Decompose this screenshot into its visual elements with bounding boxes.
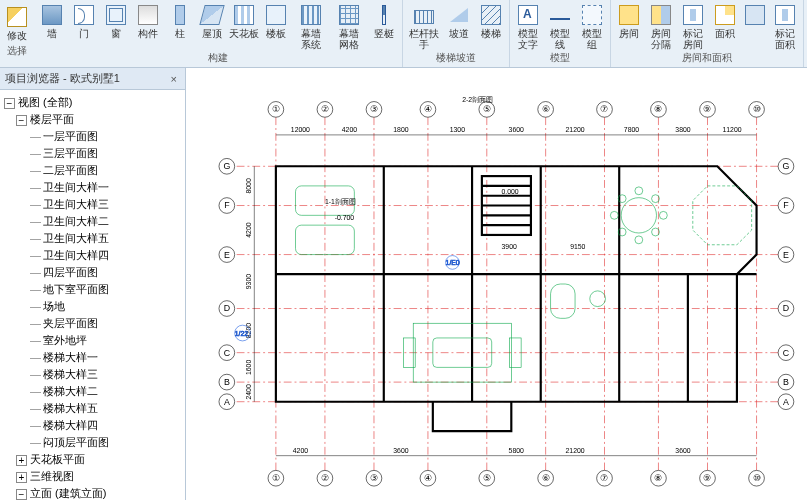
tree-plan-item[interactable]: —四层平面图 — [2, 264, 183, 281]
plans-hdr: 楼层平面 — [30, 113, 74, 125]
tool-door[interactable]: 门 — [69, 2, 99, 50]
tree-plan-item[interactable]: —楼梯大样二 — [2, 383, 183, 400]
tree-plan-item[interactable]: —室外地坪 — [2, 332, 183, 349]
svg-text:4200: 4200 — [293, 447, 308, 454]
ribbon: 修改 选择 墙 门 窗 构件 柱 屋顶 天花板 楼板 幕墙 系统 幕墙 网格 竖… — [0, 0, 807, 68]
tree-plan-item[interactable]: —楼梯大样四 — [2, 417, 183, 434]
floor-plan[interactable]: ①①②②③③④④⑤⑤⑥⑥⑦⑦⑧⑧⑨⑨⑩⑩ GGFFEEDDCCBBAA 1200… — [206, 78, 797, 490]
expand-icon[interactable]: + — [16, 472, 27, 483]
modify-tool[interactable]: 修改 — [2, 4, 32, 41]
svg-text:③: ③ — [370, 104, 378, 114]
svg-text:⑦: ⑦ — [601, 104, 609, 114]
tree-floor-plans[interactable]: −楼层平面 — [2, 111, 183, 128]
lbl: 楼梯 — [481, 28, 501, 39]
ref-22: 1/22 — [235, 330, 249, 337]
tree-plan-item[interactable]: —一层平面图 — [2, 128, 183, 145]
svg-text:3600: 3600 — [675, 447, 690, 454]
model-line-icon — [550, 10, 570, 20]
tool-area[interactable]: 面积 — [710, 2, 740, 50]
browser-title-bar[interactable]: 项目浏览器 - 欧式别墅1 × — [0, 68, 185, 90]
svg-text:9300: 9300 — [245, 274, 252, 289]
ceiling-icon — [234, 5, 254, 25]
svg-text:E: E — [224, 250, 230, 260]
svg-text:D: D — [224, 303, 230, 313]
lbl: 柱 — [175, 28, 185, 39]
drawing-canvas[interactable]: ①①②②③③④④⑤⑤⑥⑥⑦⑦⑧⑧⑨⑨⑩⑩ GGFFEEDDCCBBAA 1200… — [186, 68, 807, 500]
tool-tag-room[interactable]: 标记 房间 — [678, 2, 708, 50]
tree-3d-views[interactable]: +三维视图 — [2, 468, 183, 485]
svg-text:3600: 3600 — [509, 126, 524, 133]
tool-mullion[interactable]: 竖梃 — [369, 2, 399, 50]
tool-area-bound[interactable] — [742, 2, 768, 50]
tree-plan-item[interactable]: —楼梯大样五 — [2, 400, 183, 417]
tree-ceiling-plans[interactable]: +天花板平面 — [2, 451, 183, 468]
svg-text:11200: 11200 — [722, 126, 741, 133]
tree-plan-item[interactable]: —夹层平面图 — [2, 315, 183, 332]
select-group-label: 选择 — [7, 43, 27, 60]
svg-text:⑥: ⑥ — [542, 473, 550, 483]
collapse-icon[interactable]: − — [16, 489, 27, 500]
tree-root[interactable]: −视图 (全部) — [2, 94, 183, 111]
svg-text:⑤: ⑤ — [483, 473, 491, 483]
tree-plan-item[interactable]: —三层平面图 — [2, 145, 183, 162]
svg-text:G: G — [783, 161, 790, 171]
tree-plan-item[interactable]: —地下室平面图 — [2, 281, 183, 298]
lbl: 模型 组 — [582, 28, 602, 50]
tool-room[interactable]: 房间 — [614, 2, 644, 50]
modify-icon — [7, 7, 27, 27]
svg-text:21200: 21200 — [566, 447, 585, 454]
lbl: 模型 文字 — [518, 28, 538, 50]
group-room: 房间 房间 分隔 标记 房间 面积 标记 面积 房间和面积 — [611, 0, 804, 67]
curtain-grid-icon — [339, 5, 359, 25]
tree-plan-item[interactable]: —卫生间大样五 — [2, 230, 183, 247]
browser-tree[interactable]: −视图 (全部) −楼层平面 —一层平面图—三层平面图—二层平面图—卫生间大样一… — [0, 90, 185, 500]
tree-plan-item[interactable]: —场地 — [2, 298, 183, 315]
tree-plan-item[interactable]: —楼梯大样一 — [2, 349, 183, 366]
group-stair: 栏杆扶手 坡道 楼梯 楼梯坡道 — [403, 0, 510, 67]
tool-model-group[interactable]: 模型 组 — [577, 2, 607, 50]
expand-icon[interactable]: + — [16, 455, 27, 466]
lbl: 窗 — [111, 28, 121, 39]
collapse-icon[interactable]: − — [4, 98, 15, 109]
tool-stair[interactable]: 楼梯 — [476, 2, 506, 50]
tool-room-sep[interactable]: 房间 分隔 — [646, 2, 676, 50]
lbl: 模型 线 — [550, 28, 570, 50]
tree-plan-item[interactable]: —卫生间大样二 — [2, 213, 183, 230]
tool-ramp[interactable]: 坡道 — [444, 2, 474, 50]
tree-plan-item[interactable]: —楼梯大样三 — [2, 366, 183, 383]
svg-text:4200: 4200 — [342, 126, 357, 133]
tool-curtain-system[interactable]: 幕墙 系统 — [293, 2, 329, 50]
tool-railing[interactable]: 栏杆扶手 — [406, 2, 442, 50]
tool-floor[interactable]: 楼板 — [261, 2, 291, 50]
tool-ceiling[interactable]: 天花板 — [229, 2, 259, 50]
tool-curtain-grid[interactable]: 幕墙 网格 — [331, 2, 367, 50]
collapse-icon[interactable]: − — [16, 115, 27, 126]
close-icon[interactable]: × — [168, 73, 180, 85]
tool-model-text[interactable]: 模型 文字 — [513, 2, 543, 50]
tree-plan-item[interactable]: —卫生间大样一 — [2, 179, 183, 196]
tool-roof[interactable]: 屋顶 — [197, 2, 227, 50]
svg-text:F: F — [783, 200, 789, 210]
lbl: 屋顶 — [202, 28, 222, 39]
tool-window[interactable]: 窗 — [101, 2, 131, 50]
tree-plan-item[interactable]: —卫生间大样四 — [2, 247, 183, 264]
svg-text:⑦: ⑦ — [601, 473, 609, 483]
svg-text:①: ① — [272, 104, 280, 114]
tree-plan-item[interactable]: —闷顶层平面图 — [2, 434, 183, 451]
tool-component[interactable]: 构件 — [133, 2, 163, 50]
ceiling-hdr: 天花板平面 — [30, 453, 85, 465]
ribbon-left: 修改 选择 — [0, 0, 34, 67]
stair-icon — [481, 5, 501, 25]
tool-model-line[interactable]: 模型 线 — [545, 2, 575, 50]
tree-plan-item[interactable]: —二层平面图 — [2, 162, 183, 179]
tool-tag-area[interactable]: 标记 面积 — [770, 2, 800, 50]
tool-column[interactable]: 柱 — [165, 2, 195, 50]
tool-wall[interactable]: 墙 — [37, 2, 67, 50]
wall-icon — [42, 5, 62, 25]
main: 项目浏览器 - 欧式别墅1 × −视图 (全部) −楼层平面 —一层平面图—三层… — [0, 68, 807, 500]
tree-plan-item[interactable]: —卫生间大样三 — [2, 196, 183, 213]
tree-elevations[interactable]: −立面 (建筑立面) — [2, 485, 183, 500]
lbl: 天花板 — [229, 28, 259, 39]
lbl: 房间 分隔 — [651, 28, 671, 50]
svg-text:D: D — [783, 303, 789, 313]
